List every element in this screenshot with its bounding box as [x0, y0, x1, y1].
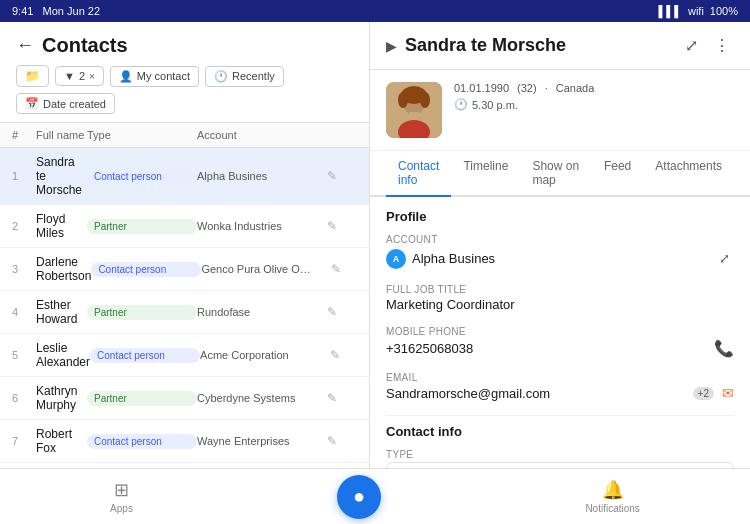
edit-icon[interactable]: ✎ — [327, 219, 357, 233]
col-num: # — [12, 129, 36, 141]
table-row[interactable]: 5 Leslie Alexander Contact person Acme C… — [0, 334, 369, 377]
more-options-icon[interactable]: ⋮ — [710, 32, 734, 59]
nav-notifications[interactable]: 🔔 Notifications — [569, 475, 655, 518]
country-label: Canada — [556, 82, 595, 94]
contact-name: Esther Howard — [36, 298, 87, 326]
account-link-icon[interactable]: ⤢ — [715, 247, 734, 270]
signal-icon: ▌▌▌ — [659, 5, 682, 17]
job-title-field: Full job title Marketing Coordinator — [386, 284, 734, 312]
col-type: Type — [87, 129, 197, 141]
type-label: Type — [386, 449, 734, 460]
tab-attachments[interactable]: Attachments — [643, 151, 734, 197]
row-num: 5 — [12, 349, 36, 361]
contact-name: Robert Fox — [36, 427, 87, 455]
tab-show-on-map[interactable]: Show on map — [520, 151, 592, 197]
account-name: Cyberdyne Systems — [197, 392, 307, 404]
type-badge: Contact person — [91, 262, 201, 277]
col-account: Account — [197, 129, 327, 141]
job-title-label: Full job title — [386, 284, 734, 295]
recently-label: Recently — [232, 70, 275, 82]
phone-icon[interactable]: 📞 — [714, 339, 734, 358]
status-bar: 9:41 Mon Jun 22 ▌▌▌ wifi 100% — [0, 0, 750, 22]
contact-name: Leslie Alexander — [36, 341, 90, 369]
time-value: 5.30 p.m. — [472, 99, 518, 111]
contacts-title: Contacts — [42, 34, 128, 57]
table-row[interactable]: 1 Sandra te Morsche Contact person Alpha… — [0, 148, 369, 205]
mobile-field: Mobile phone +31625068038 📞 — [386, 326, 734, 358]
job-title-value: Marketing Coordinator — [386, 297, 734, 312]
dob-label: 01.01.1990 — [454, 82, 509, 94]
row-num: 6 — [12, 392, 36, 404]
profile-section: 01.01.1990 (32) · Canada 🕐 5.30 p.m. — [370, 70, 750, 151]
account-name: Acme Corporation — [200, 349, 310, 361]
section-divider — [386, 415, 734, 416]
row-num: 1 — [12, 170, 36, 182]
filter-recently[interactable]: 🕐 Recently — [205, 66, 284, 87]
type-badge: Contact person — [90, 348, 200, 363]
apps-label: Apps — [110, 503, 133, 514]
external-link-icon[interactable]: ⤢ — [681, 32, 702, 59]
edit-icon[interactable]: ✎ — [327, 305, 357, 319]
row-num: 3 — [12, 263, 36, 275]
filter-close-icon[interactable]: × — [89, 71, 95, 82]
contact-name: Kathryn Murphy — [36, 384, 87, 412]
account-name: Genco Pura Olive Oil Company — [201, 263, 311, 275]
filter-folder[interactable]: 📁 — [16, 65, 49, 87]
expand-icon[interactable]: ▶ — [386, 38, 397, 54]
account-field: Account A Alpha Busines ⤢ — [386, 234, 734, 270]
status-time: 9:41 Mon Jun 22 — [12, 5, 100, 17]
battery-icon: 100% — [710, 5, 738, 17]
email-icon[interactable]: ✉ — [722, 385, 734, 401]
filter-date[interactable]: 📅 Date created — [16, 93, 115, 114]
nav-center-button[interactable]: ● — [337, 475, 381, 519]
type-badge: Contact person — [87, 169, 197, 184]
edit-icon[interactable]: ✎ — [330, 348, 360, 362]
profile-title: Profile — [386, 209, 734, 224]
svg-point-4 — [420, 92, 430, 108]
notifications-icon: 🔔 — [602, 480, 624, 500]
tab-feed[interactable]: Feed — [592, 151, 643, 197]
edit-icon[interactable]: ✎ — [327, 391, 357, 405]
email-field: Email Sandramorsche@gmail.com +2 ✉ — [386, 372, 734, 401]
filter-my-contact[interactable]: 👤 My contact — [110, 66, 199, 87]
account-value: Alpha Busines — [412, 251, 495, 266]
table-row[interactable]: 3 Darlene Robertson Contact person Genco… — [0, 248, 369, 291]
detail-header: ▶ Sandra te Morsche ⤢ ⋮ — [370, 22, 750, 70]
type-badge: Partner — [87, 219, 197, 234]
edit-icon[interactable]: ✎ — [327, 169, 357, 183]
avatar — [386, 82, 442, 138]
account-name: Wonka Industries — [197, 220, 307, 232]
col-name: Full name — [36, 129, 87, 141]
account-name: Rundofase — [197, 306, 307, 318]
center-icon: ● — [353, 485, 365, 508]
nav-apps[interactable]: ⊞ Apps — [94, 475, 149, 518]
calendar-icon: 📅 — [25, 97, 39, 110]
contacts-panel: ← Contacts 📁 ▼ 2 × 👤 My contact 🕐 — [0, 22, 370, 524]
tabs-row: Contact info Timeline Show on map Feed A… — [370, 151, 750, 197]
table-row[interactable]: 7 Robert Fox Contact person Wayne Enterp… — [0, 420, 369, 463]
edit-icon[interactable]: ✎ — [331, 262, 361, 276]
email-value: Sandramorsche@gmail.com — [386, 386, 550, 401]
filter-row: 📁 ▼ 2 × 👤 My contact 🕐 Recently 📅 — [16, 65, 353, 114]
tab-contact-info[interactable]: Contact info — [386, 151, 451, 197]
table-row[interactable]: 4 Esther Howard Partner Rundofase ✎ — [0, 291, 369, 334]
table-row[interactable]: 6 Kathryn Murphy Partner Cyberdyne Syste… — [0, 377, 369, 420]
status-right: ▌▌▌ wifi 100% — [659, 5, 738, 17]
account-name: Wayne Enterprises — [197, 435, 307, 447]
folder-icon: 📁 — [25, 69, 40, 83]
contact-name: Sandra te Morsche — [36, 155, 87, 197]
filter-count-label: 2 — [79, 70, 85, 82]
edit-icon[interactable]: ✎ — [327, 434, 357, 448]
row-num: 2 — [12, 220, 36, 232]
table-row[interactable]: 2 Floyd Miles Partner Wonka Industries ✎ — [0, 205, 369, 248]
age-label: (32) — [517, 82, 537, 94]
filter-count[interactable]: ▼ 2 × — [55, 66, 104, 86]
apps-icon: ⊞ — [114, 479, 129, 501]
email-label: Email — [386, 372, 734, 383]
account-avatar: A — [386, 249, 406, 269]
profile-info: 01.01.1990 (32) · Canada 🕐 5.30 p.m. — [454, 82, 734, 111]
svg-rect-6 — [409, 112, 419, 120]
back-button[interactable]: ← — [16, 35, 34, 56]
row-num: 7 — [12, 435, 36, 447]
tab-timeline[interactable]: Timeline — [451, 151, 520, 197]
